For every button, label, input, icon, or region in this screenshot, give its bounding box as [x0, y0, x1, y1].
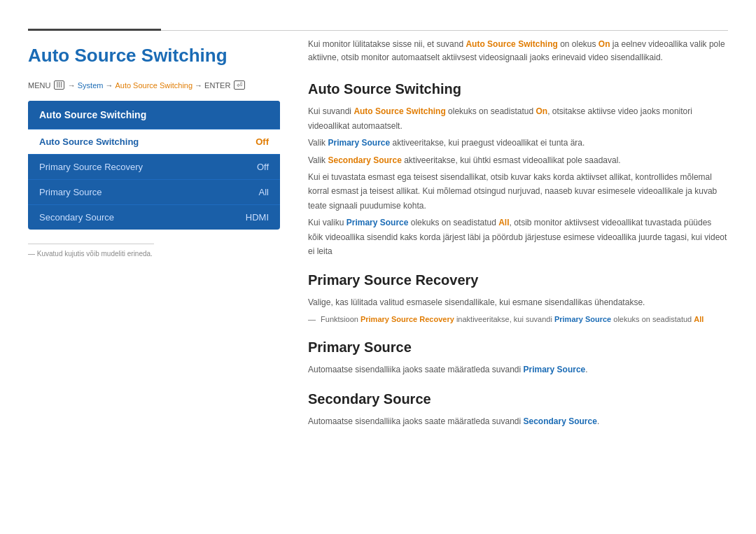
menu-icon: III [54, 80, 64, 90]
arrow-2: → [105, 81, 113, 90]
menu-label: MENU [28, 81, 50, 90]
highlight-primary-1: Primary Source [328, 138, 390, 148]
highlight-primary-source-link: Primary Source [524, 365, 586, 374]
highlight-secondary-1: Secondary Source [328, 155, 401, 165]
section-secondary-source-body: Automaatse sisendalliika jaoks saate mää… [308, 414, 728, 428]
auto-source-link[interactable]: Auto Source Switching [115, 81, 192, 90]
section-auto-source-heading: Auto Source Switching [308, 81, 728, 97]
footnote-text: — Kuvatud kujutis võib mudeliti erineda. [28, 250, 280, 258]
highlight-all-1: All [498, 218, 509, 227]
highlight-all-note: All [694, 315, 704, 323]
primary-recovery-label: Primary Source Recovery [39, 162, 143, 172]
footnote-divider [28, 244, 154, 244]
secondary-source-label: Secondary Source [39, 212, 114, 223]
section-primary-recovery: Primary Source Recovery Valige, kas lüli… [308, 272, 728, 325]
primary-source-label: Primary Source [39, 187, 102, 197]
section-secondary-source-heading: Secondary Source [308, 391, 728, 407]
enter-label: ENTER [204, 81, 230, 90]
section-auto-source: Auto Source Switching Kui suvandi Auto S… [308, 81, 728, 258]
menu-box-title: Auto Source Switching [28, 101, 280, 129]
section-secondary-source: Secondary Source Automaatse sisendalliik… [308, 391, 728, 428]
secondary-source-value: HDMI [246, 212, 269, 223]
system-link[interactable]: System [78, 81, 104, 90]
page-title: Auto Source Switching [28, 45, 280, 66]
menu-item-auto-source[interactable]: Auto Source Switching Off [28, 129, 280, 155]
highlight-primary-recovery: Primary Source Recovery [360, 315, 454, 323]
right-panel: Kui monitor lülitatakse sisse nii, et su… [308, 31, 728, 442]
highlight-primary-all: Primary Source [346, 218, 409, 227]
menu-item-primary-recovery[interactable]: Primary Source Recovery Off [28, 155, 280, 180]
intro-text: Kui monitor lülitatakse sisse nii, et su… [308, 38, 728, 64]
section-primary-recovery-heading: Primary Source Recovery [308, 272, 728, 288]
primary-recovery-value: Off [257, 162, 269, 172]
menu-item-secondary-source[interactable]: Secondary Source HDMI [28, 205, 280, 230]
section-auto-source-body: Kui suvandi Auto Source Switching olekuk… [308, 104, 728, 258]
intro-highlight-on: On [598, 39, 610, 49]
left-panel: Auto Source Switching MENU III → System … [28, 31, 280, 442]
menu-box: Auto Source Switching Auto Source Switch… [28, 101, 280, 230]
menu-item-primary-source[interactable]: Primary Source All [28, 180, 280, 205]
section-primary-source: Primary Source Automaatse sisendalliika … [308, 339, 728, 377]
highlight-on-1: On [536, 106, 547, 116]
arrow-3: → [195, 81, 202, 90]
highlight-primary-source-note: Primary Source [554, 315, 611, 323]
highlight-secondary-source-link: Secondary Source [524, 416, 597, 426]
auto-source-value: Off [255, 136, 269, 147]
dash-icon: — [308, 315, 316, 323]
intro-highlight-auto: Auto Source Switching [465, 39, 557, 49]
menu-path: MENU III → System → Auto Source Switchin… [28, 80, 280, 90]
auto-source-label: Auto Source Switching [39, 136, 139, 147]
highlight-auto-1: Auto Source Switching [354, 106, 445, 116]
section-primary-source-heading: Primary Source [308, 339, 728, 356]
section-primary-source-body: Automaatse sisendalliika jaoks saate mää… [308, 363, 728, 377]
section-primary-recovery-body: Valige, kas lülitada valitud esmasele si… [308, 295, 728, 325]
arrow-1: → [68, 81, 76, 90]
primary-source-value: All [259, 187, 269, 197]
enter-icon: ⏎ [234, 80, 245, 90]
